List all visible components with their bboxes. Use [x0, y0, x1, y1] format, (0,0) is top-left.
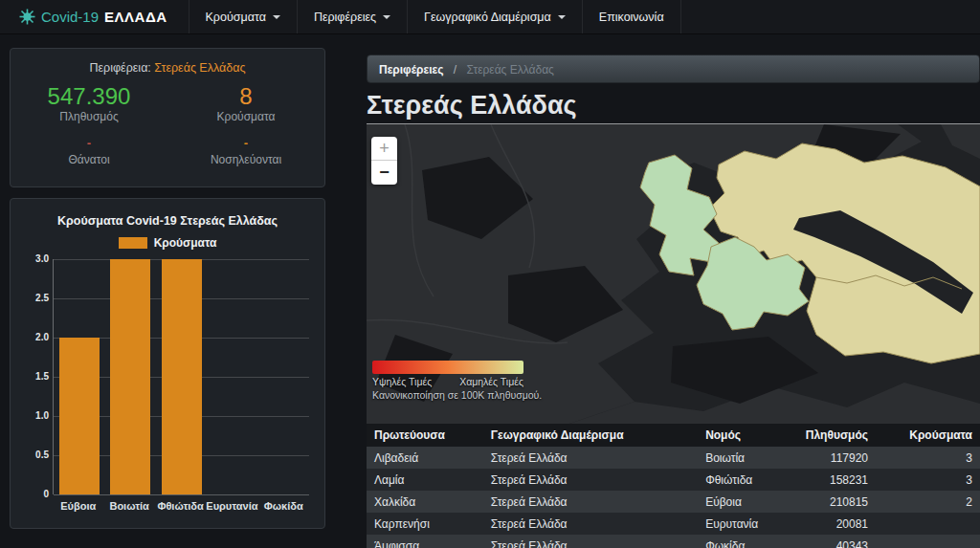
table-cell — [876, 535, 980, 548]
stat-deaths: -Θάνατοι — [11, 135, 167, 166]
bar-Εύβοια[interactable] — [59, 338, 100, 494]
table-cell: Καρπενήσι — [367, 513, 483, 535]
bar-Φθιώτιδα[interactable] — [162, 259, 202, 494]
table-cell: 3 — [876, 447, 980, 469]
bar-slot — [156, 259, 207, 494]
table-cell: 210815 — [784, 491, 876, 513]
stat-cases-value: 8 — [167, 84, 324, 109]
table-cell: Στερεά Ελλάδα — [483, 447, 698, 469]
nav-item-cases[interactable]: Κρούσματα — [189, 0, 297, 33]
column-header[interactable]: Κρούσματα — [876, 424, 980, 447]
legend-gradient-bar — [372, 361, 523, 374]
chevron-down-icon — [383, 15, 390, 19]
breadcrumb-link-regions[interactable]: Περιφέρειες — [379, 63, 444, 77]
legend-high-label: Υψηλές Τιμές — [372, 376, 432, 387]
column-header[interactable]: Νομός — [698, 424, 784, 447]
chart-legend[interactable]: Κρούσματα — [22, 236, 313, 250]
table-cell: Ευρυτανία — [698, 513, 784, 535]
legend-low-label: Χαμηλές Τιμές — [459, 376, 523, 387]
y-axis-tick-label: 2.5 — [22, 293, 49, 303]
virus-icon — [19, 9, 35, 25]
y-axis-tick-label: 0.5 — [22, 449, 49, 460]
legend-label: Κρούσματα — [154, 236, 217, 250]
breadcrumb: Περιφέρειες / Στερεάς Ελλάδας — [367, 55, 980, 83]
breadcrumb-current: Στερεάς Ελλάδας — [467, 63, 554, 77]
brand[interactable]: Covid-19 ΕΛΛΑΔΑ — [0, 0, 181, 33]
chart-bars — [54, 259, 309, 494]
map-zoom-control: + − — [371, 137, 397, 185]
stat-hospitalized: -Νοσηλεύονται — [167, 135, 324, 166]
bar-chart: 3.02.52.01.51.00.50 — [53, 259, 309, 494]
region-link[interactable]: Στερεάς Ελλάδας — [154, 61, 245, 75]
map: + − Υψηλές Τιμές Χαμηλές Τιμές Κανονικοπ… — [367, 124, 980, 424]
table-row: ΚαρπενήσιΣτερεά ΕλλάδαΕυρυτανία20081 — [367, 513, 980, 535]
stat-deaths-value: - — [11, 135, 167, 152]
table-cell: Λαμία — [367, 469, 483, 491]
chart-title: Κρούσματα Covid-19 Στερεάς Ελλάδας — [22, 214, 313, 228]
page-title: Στερεάς Ελλάδας — [367, 91, 980, 120]
nav-item-contact[interactable]: Επικοινωνία — [582, 0, 681, 33]
stat-population-label: Πληθυσμός — [11, 110, 167, 123]
app: Covid-19 ΕΛΛΑΔΑ ΚρούσματαΠεριφέρειεςΓεωγ… — [0, 0, 980, 548]
nav-item-regions[interactable]: Περιφέρειες — [297, 0, 407, 33]
stats-grid: 547.390Πληθυσμός8Κρούσματα-Θάνατοι-Νοσηλ… — [11, 84, 324, 166]
column-header[interactable]: Πρωτεύουσα — [367, 424, 483, 447]
stat-deaths-label: Θάνατοι — [11, 153, 167, 166]
cases-chart-panel: Κρούσματα Covid-19 Στερεάς Ελλάδας Κρούσ… — [10, 198, 325, 529]
column-header[interactable]: Γεωγραφικό Διαμέρισμα — [483, 424, 698, 447]
table-row: ΛιβαδειάΣτερεά ΕλλάδαΒοιωτία1179203 — [367, 447, 980, 469]
region-summary-panel: Περιφέρεια: Στερεάς Ελλάδας 547.390Πληθυ… — [10, 48, 325, 187]
table-cell: 158231 — [784, 469, 876, 491]
table-cell: Άμφισσα — [367, 535, 483, 548]
y-axis-tick-label: 1.0 — [22, 410, 49, 421]
chevron-down-icon — [558, 15, 566, 19]
table-cell: 3 — [876, 469, 980, 491]
table-cell: Στερεά Ελλάδα — [483, 469, 698, 491]
nav-item-geo-districts[interactable]: Γεωγραφικό Διαμέρισμα — [407, 0, 582, 33]
map-color-legend: Υψηλές Τιμές Χαμηλές Τιμές Κανονικοποίησ… — [372, 361, 533, 401]
x-axis-category-label: Ευρυτανία — [206, 500, 257, 512]
table-cell: 2 — [876, 491, 980, 513]
table-cell: Στερεά Ελλάδα — [483, 535, 698, 548]
stat-cases-label: Κρούσματα — [167, 110, 324, 123]
table-cell: 117920 — [784, 447, 876, 469]
map-zoom-in-button[interactable]: + — [371, 137, 397, 161]
bar-Βοιωτία[interactable] — [110, 259, 150, 494]
legend-swatch — [119, 237, 147, 249]
chart-x-axis-labels: ΕύβοιαΒοιωτίαΦθιώτιδαΕυρυτανίαΦωκίδα — [53, 500, 309, 512]
table-cell: Χαλκίδα — [367, 491, 483, 513]
y-axis-tick-label: 0 — [22, 489, 49, 499]
stat-population-value: 547.390 — [11, 84, 167, 109]
table-row: ΛαμίαΣτερεά ΕλλάδαΦθιώτιδα1582313 — [367, 469, 980, 491]
map-zoom-out-button[interactable]: − — [371, 161, 397, 185]
column-header[interactable]: Πληθυσμός — [784, 424, 876, 447]
bar-slot — [104, 259, 155, 494]
table-cell: 40343 — [784, 535, 876, 548]
table-cell: Στερεά Ελλάδα — [483, 513, 698, 535]
stat-cases: 8Κρούσματα — [167, 84, 324, 123]
stat-hospitalized-label: Νοσηλεύονται — [167, 153, 324, 166]
region-label: Περιφέρεια: — [90, 61, 151, 75]
bar-slot — [54, 338, 104, 494]
y-axis-tick-label: 2.0 — [22, 332, 49, 342]
table-cell: Φθιώτιδα — [698, 469, 784, 491]
table-header-row: ΠρωτεύουσαΓεωγραφικό ΔιαμέρισμαΝομόςΠληθ… — [367, 424, 980, 447]
table-cell: Βοιωτία — [698, 447, 784, 469]
table-cell: 20081 — [784, 513, 876, 535]
stat-population: 547.390Πληθυσμός — [11, 84, 167, 123]
y-axis-tick-label: 1.5 — [22, 371, 49, 382]
x-axis-category-label: Φθιώτιδα — [155, 500, 206, 512]
table-cell: Φωκίδα — [698, 535, 784, 548]
table-row: ΧαλκίδαΣτερεά ΕλλάδαΕύβοια2108152 — [367, 491, 980, 513]
region-line: Περιφέρεια: Στερεάς Ελλάδας — [11, 61, 324, 75]
nav-menu: ΚρούσματαΠεριφέρειεςΓεωγραφικό Διαμέρισμ… — [189, 0, 681, 33]
navbar: Covid-19 ΕΛΛΑΔΑ ΚρούσματαΠεριφέρειεςΓεωγ… — [0, 0, 980, 34]
y-axis-tick-label: 3.0 — [22, 253, 49, 264]
x-axis-category-label: Βοιωτία — [103, 500, 154, 512]
stat-hospitalized-value: - — [167, 135, 324, 152]
table-cell: Λιβαδειά — [367, 447, 483, 469]
legend-note: Κανονικοποίηση σε 100Κ πληθυσμού. — [372, 389, 533, 401]
brand-prefix: Covid-19 — [41, 9, 99, 25]
table-row: ΆμφισσαΣτερεά ΕλλάδαΦωκίδα40343 — [367, 535, 980, 548]
x-axis-category-label: Εύβοια — [53, 500, 103, 512]
